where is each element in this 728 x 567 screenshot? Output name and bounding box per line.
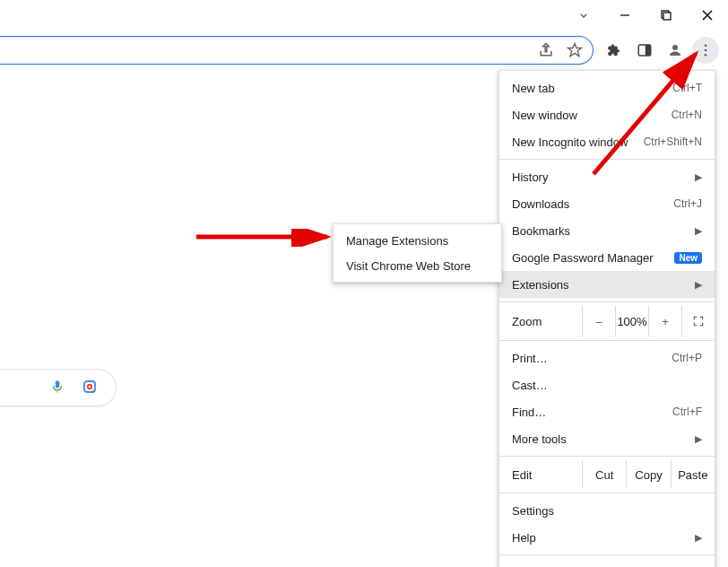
menu-downloads[interactable]: Downloads Ctrl+J bbox=[499, 190, 715, 217]
submenu-arrow-icon: ▶ bbox=[695, 433, 702, 445]
menu-extensions[interactable]: Extensions ▶ bbox=[499, 271, 715, 298]
menu-item-label: Extensions bbox=[512, 278, 686, 292]
svg-point-10 bbox=[705, 54, 707, 57]
mic-icon[interactable] bbox=[49, 379, 65, 397]
menu-item-label: Find… bbox=[512, 406, 662, 419]
zoom-value: 100% bbox=[615, 306, 648, 336]
menu-item-shortcut: Ctrl+P bbox=[672, 352, 702, 364]
menu-item-shortcut: Ctrl+Shift+N bbox=[644, 135, 702, 148]
menu-edit-row: Edit Cut Copy Paste bbox=[499, 460, 715, 489]
window-minimize-button[interactable] bbox=[604, 0, 646, 31]
menu-item-label: Settings bbox=[512, 504, 702, 518]
edit-cut-button[interactable]: Cut bbox=[582, 460, 626, 489]
extensions-puzzle-icon[interactable] bbox=[601, 37, 628, 64]
browser-overflow-menu: New tab Ctrl+T New window Ctrl+N New Inc… bbox=[498, 70, 715, 567]
edit-label: Edit bbox=[499, 460, 582, 489]
menu-separator bbox=[499, 456, 715, 457]
submenu-arrow-icon: ▶ bbox=[695, 225, 702, 237]
new-badge: New bbox=[674, 252, 702, 264]
browser-menu-button[interactable] bbox=[692, 37, 719, 64]
menu-item-shortcut: Ctrl+T bbox=[672, 82, 702, 94]
svg-point-7 bbox=[672, 45, 678, 50]
profile-avatar-icon[interactable] bbox=[662, 37, 689, 64]
svg-point-15 bbox=[88, 384, 92, 388]
zoom-in-button[interactable]: + bbox=[648, 306, 681, 336]
submenu-item-label: Manage Extensions bbox=[346, 234, 448, 248]
omnibox[interactable] bbox=[0, 36, 594, 65]
menu-cast[interactable]: Cast… bbox=[499, 371, 715, 398]
window-titlebar bbox=[0, 0, 728, 31]
svg-rect-2 bbox=[663, 13, 671, 20]
menu-find[interactable]: Find… Ctrl+F bbox=[499, 398, 715, 425]
svg-point-8 bbox=[705, 44, 707, 47]
menu-item-label: Bookmarks bbox=[512, 224, 686, 238]
menu-history[interactable]: History ▶ bbox=[499, 163, 715, 190]
menu-print[interactable]: Print… Ctrl+P bbox=[499, 345, 715, 371]
menu-item-label: Cast… bbox=[512, 379, 702, 392]
menu-new-incognito[interactable]: New Incognito window Ctrl+Shift+N bbox=[499, 128, 715, 155]
toolbar-right-icons bbox=[601, 36, 719, 65]
menu-password-manager[interactable]: Google Password Manager New bbox=[499, 244, 715, 271]
extensions-submenu: Manage Extensions Visit Chrome Web Store bbox=[333, 223, 502, 283]
menu-item-shortcut: Ctrl+F bbox=[672, 406, 702, 418]
svg-rect-6 bbox=[646, 45, 651, 56]
menu-separator bbox=[499, 493, 715, 493]
menu-separator bbox=[499, 301, 715, 302]
tab-search-chevron-icon[interactable] bbox=[568, 0, 599, 31]
lens-icon[interactable] bbox=[82, 379, 98, 397]
submenu-visit-webstore[interactable]: Visit Chrome Web Store bbox=[334, 253, 501, 278]
window-maximize-button[interactable] bbox=[646, 0, 687, 31]
submenu-arrow-icon: ▶ bbox=[695, 532, 702, 544]
submenu-arrow-icon: ▶ bbox=[695, 171, 702, 183]
submenu-manage-extensions[interactable]: Manage Extensions bbox=[334, 228, 501, 253]
menu-item-label: Print… bbox=[512, 352, 661, 365]
fullscreen-button[interactable] bbox=[681, 306, 715, 336]
menu-item-label: New Incognito window bbox=[512, 135, 633, 149]
menu-new-window[interactable]: New window Ctrl+N bbox=[499, 101, 715, 128]
menu-item-shortcut: Ctrl+J bbox=[673, 197, 702, 210]
menu-separator bbox=[499, 554, 715, 555]
submenu-item-label: Visit Chrome Web Store bbox=[346, 259, 471, 273]
menu-help[interactable]: Help ▶ bbox=[499, 524, 715, 551]
menu-separator bbox=[499, 340, 715, 341]
menu-item-label: New tab bbox=[512, 82, 662, 95]
edit-copy-button[interactable]: Copy bbox=[626, 460, 670, 489]
menu-item-label: Google Password Manager bbox=[512, 251, 667, 265]
share-icon[interactable] bbox=[537, 41, 555, 59]
menu-separator bbox=[499, 159, 715, 160]
svg-point-16 bbox=[92, 388, 94, 390]
menu-bookmarks[interactable]: Bookmarks ▶ bbox=[499, 217, 715, 244]
voice-and-lens-search bbox=[0, 369, 117, 406]
svg-point-9 bbox=[705, 49, 707, 52]
submenu-arrow-icon: ▶ bbox=[695, 279, 702, 291]
svg-rect-11 bbox=[56, 380, 60, 388]
menu-item-label: More tools bbox=[512, 432, 686, 446]
bookmark-star-icon[interactable] bbox=[566, 41, 584, 59]
menu-exit[interactable]: Exit bbox=[499, 559, 715, 567]
menu-new-tab[interactable]: New tab Ctrl+T bbox=[499, 74, 715, 101]
menu-item-label: Help bbox=[512, 531, 686, 545]
edit-paste-button[interactable]: Paste bbox=[671, 460, 715, 489]
menu-more-tools[interactable]: More tools ▶ bbox=[499, 425, 715, 452]
annotation-arrow-to-manage-extensions bbox=[193, 229, 336, 247]
menu-zoom-row: Zoom – 100% + bbox=[499, 306, 715, 336]
zoom-label: Zoom bbox=[499, 315, 582, 328]
menu-item-label: New window bbox=[512, 109, 661, 122]
side-panel-icon[interactable] bbox=[631, 37, 658, 64]
menu-item-shortcut: Ctrl+N bbox=[672, 109, 702, 121]
menu-settings[interactable]: Settings bbox=[499, 497, 715, 524]
menu-item-label: History bbox=[512, 170, 686, 184]
menu-item-label: Downloads bbox=[512, 197, 663, 211]
zoom-out-button[interactable]: – bbox=[582, 306, 615, 336]
window-close-button[interactable] bbox=[687, 0, 728, 31]
